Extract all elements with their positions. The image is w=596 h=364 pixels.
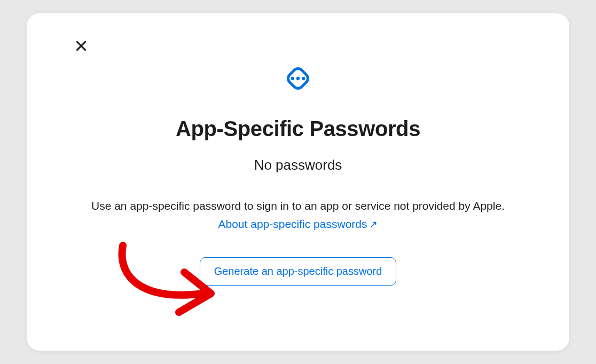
svg-point-4: [296, 77, 300, 80]
about-link[interactable]: About app-specific passwords ↗: [218, 218, 378, 231]
about-link-text: About app-specific passwords: [218, 218, 367, 231]
close-icon: [74, 39, 88, 54]
svg-point-5: [302, 77, 305, 80]
generate-password-button[interactable]: Generate an app-specific password: [200, 257, 397, 286]
app-specific-passwords-modal: App-Specific Passwords No passwords Use …: [27, 13, 569, 351]
modal-subtitle: No passwords: [254, 157, 342, 173]
modal-content: App-Specific Passwords No passwords Use …: [48, 35, 548, 286]
close-button[interactable]: [73, 38, 90, 55]
svg-point-3: [291, 77, 294, 80]
passwords-diamond-icon: [277, 57, 319, 100]
modal-description: Use an app-specific password to sign in …: [91, 198, 505, 213]
modal-title: App-Specific Passwords: [176, 117, 420, 141]
external-link-icon: ↗: [369, 218, 378, 231]
